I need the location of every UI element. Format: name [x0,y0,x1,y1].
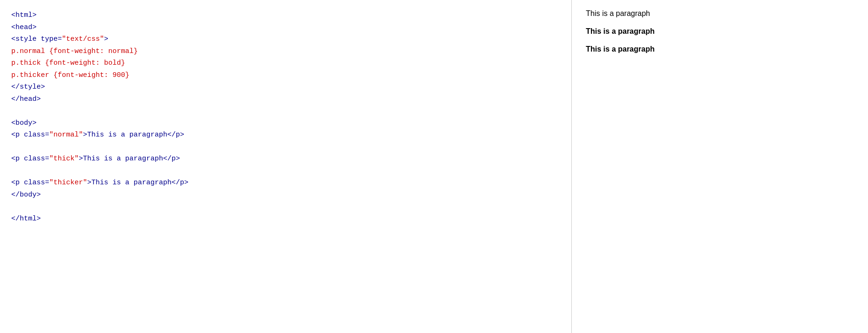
blank-line-1 [11,105,560,117]
equals-sign: = [58,35,62,43]
tag-html-end: </html> [11,215,41,223]
code-editor: <html> <head> <style type="text/css"> p.… [0,0,572,333]
code-line-2: <head> [11,22,560,34]
css-thicker-rule: p.thicker {font-weight: 900} [11,71,129,79]
equals-1: = [45,131,49,139]
code-line-3: <style type="text/css"> [11,33,560,45]
tag-p-thick-open: <p [11,155,24,163]
tag-p-thicker-content: >This is a paragraph</p> [87,179,188,187]
code-line-13: <p class="thick">This is a paragraph</p> [11,153,560,165]
code-line-4: p.normal {font-weight: normal} [11,45,560,58]
code-line-7: </style> [11,81,560,93]
attr-class-value-1: "normal" [49,131,83,139]
preview-paragraph-thicker: This is a paragraph [586,45,854,53]
tag-html-open: <html> [11,11,37,19]
equals-3: = [45,179,49,187]
css-thick-rule: p.thick {font-weight: bold} [11,59,125,67]
preview-paragraph-bold: This is a paragraph [586,27,854,36]
code-line-8: </head> [11,93,560,106]
tag-head-open: <head> [11,23,37,31]
tag-p-thick-content: >This is a paragraph</p> [79,155,180,163]
attr-type-name: type [41,35,58,43]
code-line-11: <p class="normal">This is a paragraph</p… [11,129,560,141]
equals-2: = [45,155,49,163]
tag-p-normal-open: <p [11,131,24,139]
blank-line-4 [11,201,560,213]
preview-panel: This is a paragraph This is a paragraph … [572,0,868,333]
tag-style-close-bracket: > [104,35,108,43]
blank-line-3 [11,165,560,177]
attr-class-name-2: class [24,155,45,163]
attr-class-name-3: class [24,179,45,187]
tag-body-end: </body> [11,191,41,199]
code-line-18: </html> [11,213,560,225]
tag-body-open: <body> [11,119,37,127]
blank-line-2 [11,141,560,153]
tag-p-normal-content: >This is a paragraph</p> [83,131,184,139]
preview-paragraph-normal: This is a paragraph [586,9,854,18]
attr-class-value-2: "thick" [49,155,79,163]
code-line-10: <body> [11,117,560,129]
attr-type-value: "text/css" [62,35,104,43]
attr-class-value-3: "thicker" [49,179,87,187]
code-line-1: <html> [11,9,560,22]
code-line-6: p.thicker {font-weight: 900} [11,69,560,82]
code-line-5: p.thick {font-weight: bold} [11,57,560,69]
css-normal-rule: p.normal {font-weight: normal} [11,47,138,55]
tag-head-end: </head> [11,95,41,103]
code-line-16: </body> [11,189,560,201]
tag-p-thicker-open: <p [11,179,24,187]
attr-class-name-1: class [24,131,45,139]
tag-style-end: </style> [11,83,45,91]
tag-style-open: <style [11,35,41,43]
code-line-15: <p class="thicker">This is a paragraph</… [11,177,560,189]
